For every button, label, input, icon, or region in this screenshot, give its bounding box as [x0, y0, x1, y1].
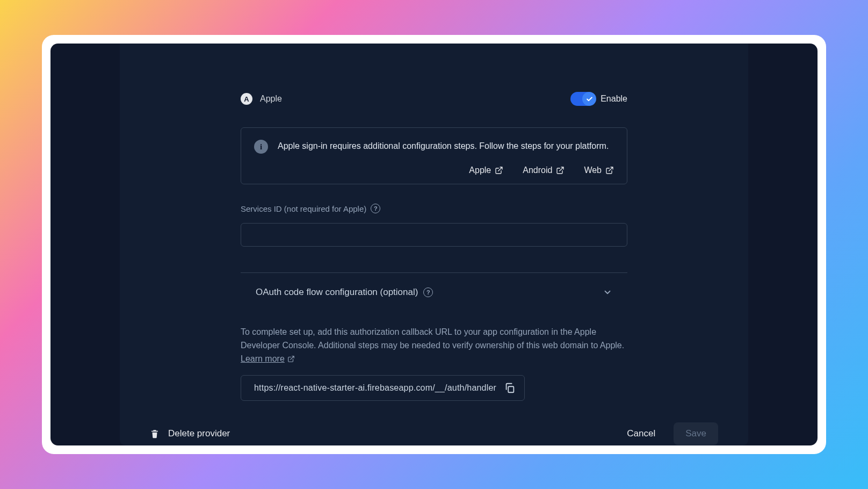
- platform-link-label: Apple: [469, 166, 491, 175]
- callback-url: https://react-native-starter-ai.firebase…: [254, 383, 496, 393]
- checkmark-icon: [582, 92, 596, 106]
- platform-link-web[interactable]: Web: [584, 166, 614, 175]
- browser-frame: A Apple Enable i Apple sign-in requires …: [42, 35, 826, 454]
- provider-config-card: A Apple Enable i Apple sign-in requires …: [120, 44, 748, 445]
- platform-links: Apple Android Web: [254, 166, 614, 175]
- learn-more-link[interactable]: Learn more: [241, 353, 295, 366]
- copy-button[interactable]: [504, 382, 516, 394]
- learn-more-text: Learn more: [241, 353, 285, 366]
- services-id-label-text: Services ID (not required for Apple): [241, 204, 366, 213]
- services-id-label: Services ID (not required for Apple) ?: [241, 204, 627, 213]
- oauth-title-text: OAuth code flow configuration (optional): [256, 287, 418, 298]
- copy-icon: [504, 382, 516, 394]
- enable-toggle-group: Enable: [570, 92, 627, 106]
- save-button[interactable]: Save: [674, 422, 718, 445]
- cancel-button[interactable]: Cancel: [619, 423, 663, 444]
- external-link-icon: [287, 355, 295, 363]
- enable-label: Enable: [601, 94, 627, 104]
- external-link-icon: [605, 166, 614, 175]
- oauth-expander[interactable]: OAuth code flow configuration (optional)…: [241, 272, 627, 312]
- oauth-title: OAuth code flow configuration (optional)…: [256, 287, 433, 298]
- delete-provider-button[interactable]: Delete provider: [150, 428, 230, 439]
- svg-rect-0: [508, 387, 513, 393]
- info-banner: i Apple sign-in requires additional conf…: [241, 127, 627, 184]
- app-surface: A Apple Enable i Apple sign-in requires …: [50, 44, 818, 445]
- provider-name: Apple: [260, 94, 282, 104]
- apple-icon: A: [241, 93, 252, 105]
- platform-link-apple[interactable]: Apple: [469, 166, 503, 175]
- content-column: A Apple Enable i Apple sign-in requires …: [241, 92, 627, 401]
- info-icon: i: [254, 140, 268, 154]
- provider-identity: A Apple: [241, 93, 282, 105]
- external-link-icon: [495, 166, 503, 175]
- info-text: Apple sign-in requires additional config…: [278, 140, 609, 154]
- services-id-input[interactable]: [241, 223, 627, 247]
- help-icon[interactable]: ?: [371, 204, 380, 213]
- platform-link-android[interactable]: Android: [523, 166, 565, 175]
- callback-description-text: To complete set up, add this authorizati…: [241, 327, 624, 350]
- provider-header: A Apple Enable: [241, 92, 627, 106]
- help-icon[interactable]: ?: [423, 287, 433, 297]
- external-link-icon: [556, 166, 565, 175]
- chevron-down-icon: [603, 287, 612, 297]
- delete-provider-label: Delete provider: [168, 428, 230, 439]
- platform-link-label: Android: [523, 166, 552, 175]
- platform-link-label: Web: [584, 166, 602, 175]
- footer-actions: Cancel Save: [619, 422, 718, 445]
- enable-toggle[interactable]: [570, 92, 595, 106]
- card-footer: Delete provider Cancel Save: [150, 401, 718, 445]
- callback-description: To complete set up, add this authorizati…: [241, 326, 627, 365]
- trash-icon: [150, 428, 160, 439]
- callback-url-box: https://react-native-starter-ai.firebase…: [241, 375, 525, 401]
